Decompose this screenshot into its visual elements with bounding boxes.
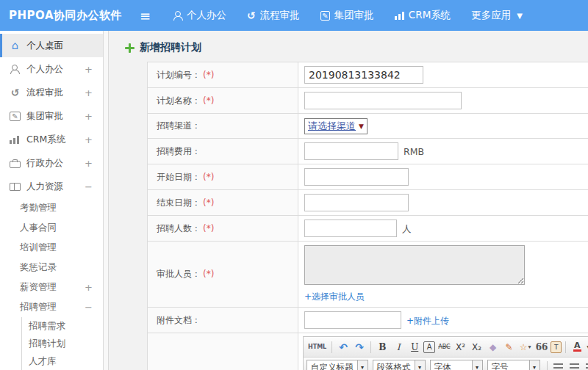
combo-value: 自定义标题 bbox=[307, 360, 357, 370]
edit-icon: ✎ bbox=[320, 11, 330, 21]
superscript-button[interactable]: X² bbox=[453, 340, 468, 355]
currency-suffix: RMB bbox=[404, 146, 424, 157]
redo-icon[interactable]: ↷ bbox=[352, 340, 367, 355]
sidebar-item-label: 人才库 bbox=[29, 355, 57, 368]
expand-toggle[interactable]: − bbox=[85, 302, 93, 313]
expand-toggle[interactable]: + bbox=[85, 64, 93, 75]
table-row: 计划编号：(*) bbox=[148, 62, 588, 88]
sidebar-item-desktop[interactable]: ⌂ 个人桌面 bbox=[0, 34, 103, 57]
caret-down-icon: ▾ bbox=[472, 360, 482, 370]
sidebar-item-hr[interactable]: 人力资源 − bbox=[0, 175, 103, 198]
main-content: 新增招聘计划 计划编号：(*) 计划名称：(*) 招聘渠道： 请选择渠道 bbox=[109, 31, 588, 370]
sidebar-item-workflow-approval[interactable]: ↺ 流程审批 + bbox=[0, 81, 103, 104]
sidebar-item-talent-pool[interactable]: 人才库 bbox=[21, 352, 103, 370]
italic-button[interactable]: I bbox=[391, 340, 406, 355]
sidebar-item-attendance[interactable]: 考勤管理 bbox=[0, 198, 103, 218]
headcount-input[interactable] bbox=[304, 220, 397, 237]
font-size-combo[interactable]: 字号 ▾ bbox=[487, 360, 540, 370]
html-source-button[interactable]: HTML bbox=[306, 340, 328, 355]
sidebar-item-salary[interactable]: 薪资管理 + bbox=[0, 278, 103, 297]
plan-name-input[interactable] bbox=[304, 92, 462, 109]
field-label: 计划名称： bbox=[157, 95, 201, 106]
custom-title-combo[interactable]: 自定义标题 ▾ bbox=[306, 360, 368, 370]
toolbar-separator bbox=[370, 341, 371, 353]
nav-workflow-approval[interactable]: ↺ 流程审批 bbox=[247, 9, 300, 22]
nav-label: 个人办公 bbox=[187, 9, 226, 22]
expand-toggle[interactable]: + bbox=[85, 134, 93, 145]
sidebar-item-label: 流程审批 bbox=[26, 87, 63, 99]
sidebar-item-admin-office[interactable]: 行政办公 + bbox=[0, 151, 103, 175]
sidebar-item-training[interactable]: 培训管理 bbox=[0, 238, 103, 258]
align-right-icon[interactable] bbox=[584, 360, 588, 370]
align-left-icon[interactable] bbox=[551, 360, 566, 370]
recruit-plan-form: 计划编号：(*) 计划名称：(*) 招聘渠道： 请选择渠道 ▼ bbox=[147, 62, 588, 370]
required-mark: (*) bbox=[203, 269, 214, 279]
plan-number-input[interactable] bbox=[304, 66, 423, 84]
rich-text-editor: HTML ↶ ↷ B I U A ABC X² bbox=[303, 336, 588, 370]
recruit-channel-select[interactable]: 请选择渠道 ▼ bbox=[304, 118, 368, 134]
magic-glyph: ☆ bbox=[520, 342, 528, 352]
top-nav: 个人办公 ↺ 流程审批 ✎ 集团审批 CRM系统 更多应用 ▼ bbox=[173, 9, 523, 22]
select-caret-icon: ▼ bbox=[359, 123, 364, 130]
autotypeset-button[interactable]: A bbox=[423, 341, 435, 353]
undo-icon[interactable]: ↶ bbox=[336, 340, 351, 355]
font-color-button[interactable]: A bbox=[570, 340, 584, 355]
person-icon bbox=[10, 65, 21, 74]
align-center-icon[interactable] bbox=[567, 360, 582, 370]
subscript-button[interactable]: X₂ bbox=[470, 340, 484, 355]
sidebar-item-recruit-plan[interactable]: 招聘计划 bbox=[21, 335, 103, 352]
sidebar-item-crm[interactable]: CRM系统 + bbox=[0, 128, 103, 151]
combo-value: 段落格式 bbox=[373, 360, 415, 370]
sidebar-item-group-approval[interactable]: ✎ 集团审批 + bbox=[0, 104, 103, 128]
sidebar-item-label: 集团审批 bbox=[26, 110, 63, 123]
select-value: 请选择渠道 bbox=[308, 120, 356, 133]
sidebar-item-personal-office[interactable]: 个人办公 + bbox=[0, 57, 103, 81]
choose-approver-link[interactable]: +选择审批人员 bbox=[304, 291, 365, 302]
bar-chart-icon bbox=[395, 11, 404, 20]
sidebar-scrollbar[interactable] bbox=[103, 31, 109, 370]
paste-icon[interactable]: T bbox=[551, 341, 562, 353]
book-icon bbox=[10, 183, 21, 191]
blockquote-button[interactable]: 66 bbox=[534, 340, 550, 355]
sidebar-item-label: 人事合同 bbox=[20, 222, 57, 234]
recruit-fee-input[interactable] bbox=[304, 142, 398, 160]
top-header: PHPOA协同办公软件 ≡ 个人办公 ↺ 流程审批 ✎ 集团审批 CRM系统 更… bbox=[0, 0, 588, 31]
approver-textarea[interactable] bbox=[304, 245, 525, 285]
sidebar-item-label: 招聘管理 bbox=[20, 301, 57, 313]
sidebar-item-label: 奖惩记录 bbox=[20, 261, 57, 274]
expand-toggle[interactable]: + bbox=[85, 87, 93, 98]
strikethrough-button[interactable]: ABC bbox=[437, 340, 451, 355]
sidebar-item-rewards[interactable]: 奖惩记录 bbox=[0, 258, 103, 278]
nav-more-apps[interactable]: 更多应用 ▼ bbox=[471, 9, 523, 22]
attachment-upload-link[interactable]: +附件上传 bbox=[406, 316, 449, 326]
eraser-icon[interactable]: ◆ bbox=[486, 340, 501, 355]
format-brush-icon[interactable]: ✎ bbox=[502, 340, 517, 355]
paragraph-format-combo[interactable]: 段落格式 ▾ bbox=[373, 360, 426, 370]
end-date-input[interactable] bbox=[304, 194, 409, 211]
bold-button[interactable]: B bbox=[375, 340, 390, 355]
sidebar-item-recruit-mgmt[interactable]: 招聘管理 − bbox=[0, 297, 103, 317]
underline-button[interactable]: U bbox=[407, 340, 422, 355]
align-bars bbox=[553, 363, 563, 370]
sidebar-item-label: 招聘需求 bbox=[29, 320, 65, 333]
edit-icon: ✎ bbox=[10, 112, 21, 121]
nav-crm-system[interactable]: CRM系统 bbox=[395, 9, 451, 22]
nav-group-approval[interactable]: ✎ 集团审批 bbox=[320, 9, 374, 22]
start-date-input[interactable] bbox=[304, 168, 409, 186]
sidebar-item-label: 个人办公 bbox=[26, 63, 63, 76]
format-magic-icon[interactable]: ☆▾ bbox=[518, 340, 533, 355]
toolbar-separator bbox=[331, 341, 332, 353]
combo-value: 字体 bbox=[431, 360, 472, 370]
hamburger-menu-icon[interactable]: ≡ bbox=[140, 8, 151, 23]
expand-toggle[interactable]: − bbox=[85, 181, 93, 192]
nav-personal-office[interactable]: 个人办公 bbox=[173, 9, 226, 22]
table-row: 招聘费用： RMB bbox=[148, 139, 588, 164]
sidebar-item-recruit-demand[interactable]: 招聘需求 bbox=[21, 317, 103, 335]
expand-toggle[interactable]: + bbox=[85, 158, 93, 169]
attachment-input[interactable] bbox=[304, 311, 401, 329]
table-row: 招聘渠道： 请选择渠道 ▼ bbox=[148, 114, 588, 139]
sidebar-item-hr-contract[interactable]: 人事合同 bbox=[0, 218, 103, 238]
expand-toggle[interactable]: + bbox=[85, 282, 93, 293]
expand-toggle[interactable]: + bbox=[85, 111, 93, 122]
font-family-combo[interactable]: 字体 ▾ bbox=[430, 360, 483, 370]
